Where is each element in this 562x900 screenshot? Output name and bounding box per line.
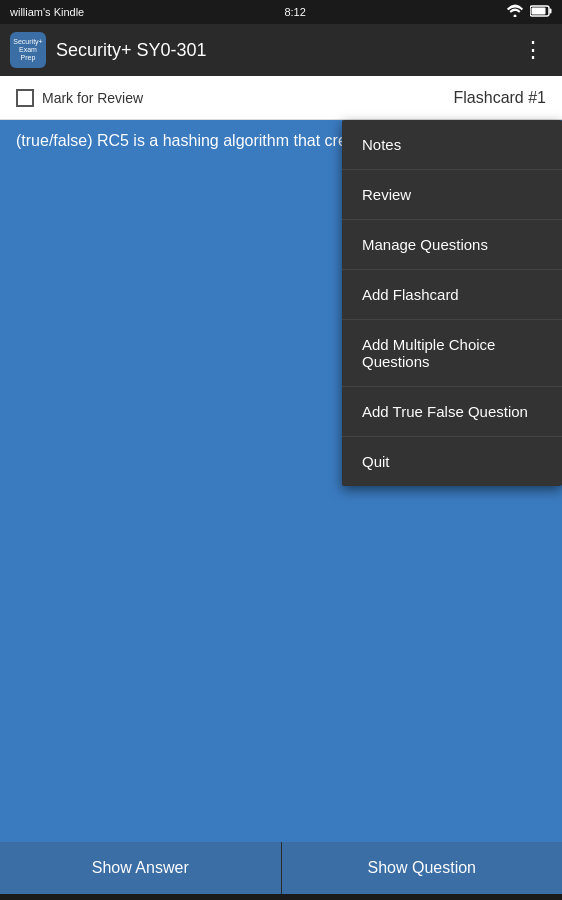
status-icons <box>506 3 552 21</box>
flashcard-header: Mark for Review Flashcard #1 <box>0 76 562 120</box>
svg-rect-2 <box>532 8 546 15</box>
status-bar: william's Kindle 8:12 <box>0 0 562 24</box>
dropdown-menu: Notes Review Manage Questions Add Flashc… <box>342 120 562 486</box>
bottom-buttons: Show Answer Show Question <box>0 842 562 894</box>
app-bar: Security+ExamPrep Security+ SY0-301 ⋮ <box>0 24 562 76</box>
menu-item-manage-questions[interactable]: Manage Questions <box>342 220 562 270</box>
menu-item-add-multiple-choice[interactable]: Add Multiple Choice Questions <box>342 320 562 387</box>
mark-for-review[interactable]: Mark for Review <box>16 89 143 107</box>
overflow-menu-button[interactable]: ⋮ <box>514 33 552 67</box>
menu-item-add-true-false[interactable]: Add True False Question <box>342 387 562 437</box>
app-title: Security+ SY0-301 <box>56 40 504 61</box>
menu-item-quit[interactable]: Quit <box>342 437 562 486</box>
app-logo: Security+ExamPrep <box>10 32 46 68</box>
show-question-button[interactable]: Show Question <box>282 842 563 894</box>
wifi-icon <box>506 3 524 21</box>
svg-rect-1 <box>550 9 552 14</box>
battery-icon <box>530 3 552 21</box>
show-answer-button[interactable]: Show Answer <box>0 842 282 894</box>
menu-item-notes[interactable]: Notes <box>342 120 562 170</box>
carrier-label: william's Kindle <box>10 6 84 18</box>
flashcard-number: Flashcard #1 <box>454 89 547 107</box>
nav-bar <box>0 894 562 900</box>
time-label: 8:12 <box>284 6 305 18</box>
menu-item-add-flashcard[interactable]: Add Flashcard <box>342 270 562 320</box>
review-checkbox[interactable] <box>16 89 34 107</box>
app-logo-text: Security+ExamPrep <box>13 38 42 61</box>
main-content-area: (true/false) RC5 is a hashing algorithm … <box>0 120 562 842</box>
review-label: Mark for Review <box>42 90 143 106</box>
menu-item-review[interactable]: Review <box>342 170 562 220</box>
